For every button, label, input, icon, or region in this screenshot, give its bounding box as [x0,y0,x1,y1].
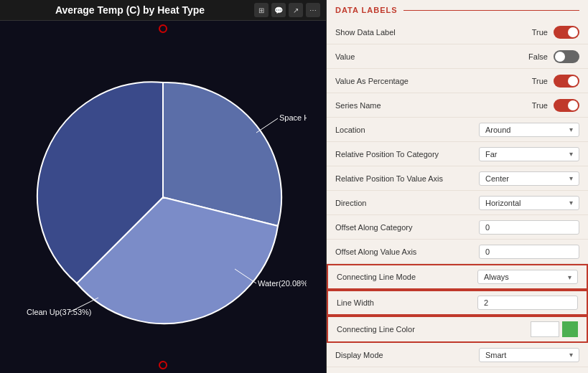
row-display-mode: Display Mode Smart ▾ [327,343,588,367]
text-show-data-label: True [532,28,548,37]
row-offset-category: Offset Along Category [327,215,588,240]
chart-area: Space Heat(42.39%) Water(20.08%) Clean U… [0,21,326,373]
dropdown-connecting-line-mode[interactable]: Always ▾ [477,270,578,284]
value-location: Around ▾ [450,123,579,137]
color-swatch-white[interactable] [531,321,559,337]
toggle-knob-value-as-percentage [568,76,578,86]
value-connecting-line-color [452,321,578,337]
row-connecting-line-mode: Connecting Line Mode Always ▾ [327,264,588,290]
chart-icons: ⊞ 💬 ↗ ⋯ [254,3,320,17]
chart-title: Average Temp (C) by Heat Type [6,4,254,16]
label-value-as-percentage: Value As Percentage [335,77,450,85]
value-display-mode: Smart ▾ [450,348,579,362]
toggle-knob-value [555,52,565,62]
label-series-name: Series Name [335,101,450,110]
input-offset-value-axis[interactable] [479,245,579,259]
dropdown-direction[interactable]: Horizontal ▾ [479,196,579,210]
value-offset-category [450,220,579,235]
value-series-name: True [450,99,579,112]
label-connecting-line-mode: Connecting Line Mode [337,273,452,281]
dropdown-relative-position-value-val: Center [485,174,509,183]
row-location: Location Around ▾ [327,118,588,142]
svg-line-0 [256,118,278,133]
label-value: Value [335,52,450,61]
text-value: False [528,52,548,61]
section-header-line [403,10,579,11]
row-connecting-line-color: Connecting Line Color [327,316,588,343]
value-show-data-label: True [450,26,579,39]
row-relative-position-category: Relative Position To Category Far ▾ [327,142,588,166]
pie-chart-svg: Space Heat(42.39%) Water(20.08%) Clean U… [19,61,307,334]
row-value: Value False [327,44,588,69]
input-offset-category[interactable] [479,220,579,235]
chevron-down-icon-6: ▾ [569,351,573,359]
resize-handle-top[interactable] [159,24,167,33]
input-line-width[interactable] [477,296,578,310]
section-header: DATA LABELS [327,0,588,20]
more-icon[interactable]: ⋯ [306,3,320,17]
label-direction: Direction [335,199,450,207]
svg-text:Clean Up(37.53%): Clean Up(37.53%) [27,308,92,316]
label-relative-position-value: Relative Position To Value Axis [335,174,450,183]
dropdown-display-mode-value: Smart [485,351,506,359]
row-series-name: Series Name True [327,93,588,118]
dropdown-relative-position-value[interactable]: Center ▾ [479,171,579,186]
toggle-knob-show-data-label [568,27,578,37]
toggle-series-name[interactable] [554,99,579,112]
label-connecting-line-color: Connecting Line Color [337,325,452,334]
toggle-value[interactable] [554,50,579,63]
section-header-text: DATA LABELS [335,6,398,14]
dropdown-relative-position-category[interactable]: Far ▾ [479,147,579,161]
label-offset-value-axis: Offset Along Value Axis [335,247,450,256]
resize-handle-bottom[interactable] [159,361,167,369]
value-direction: Horizontal ▾ [450,196,579,210]
value-relative-position-category: Far ▾ [450,147,579,161]
chevron-down-icon-5: ▾ [568,273,571,281]
dropdown-direction-value: Horizontal [485,199,521,207]
chevron-down-icon: ▾ [569,126,573,133]
svg-text:Water(20.08%): Water(20.08%) [258,279,307,288]
toggle-show-data-label[interactable] [554,26,579,39]
comment-icon[interactable]: 💬 [271,3,286,17]
value-relative-position-value: Center ▾ [450,171,579,186]
chart-panel: Average Temp (C) by Heat Type ⊞ 💬 ↗ ⋯ Sp… [0,0,327,373]
grid-icon[interactable]: ⊞ [254,3,269,17]
settings-panel: DATA LABELS Show Data Label True Value F… [327,0,588,373]
value-line-width [452,296,578,310]
text-series-name: True [532,101,548,110]
row-value-as-percentage: Value As Percentage True [327,69,588,93]
dropdown-display-mode[interactable]: Smart ▾ [479,348,579,362]
chevron-down-icon-3: ▾ [569,174,573,182]
row-offset-value-axis: Offset Along Value Axis [327,240,588,264]
text-value-as-percentage: True [532,77,548,85]
color-swatch-area [531,321,578,337]
dropdown-location[interactable]: Around ▾ [479,123,579,137]
chevron-down-icon-2: ▾ [569,150,573,158]
label-relative-position-category: Relative Position To Category [335,150,450,159]
dropdown-location-value: Around [485,126,510,134]
label-show-data-label: Show Data Label [335,28,450,37]
value-value-as-percentage: True [450,75,579,88]
chart-title-bar: Average Temp (C) by Heat Type ⊞ 💬 ↗ ⋯ [0,0,326,21]
chevron-down-icon-4: ▾ [569,199,573,207]
svg-text:Space Heat(42.39%): Space Heat(42.39%) [279,113,307,122]
dropdown-connecting-line-mode-value: Always [484,273,509,281]
row-show-data-label: Show Data Label True [327,20,588,44]
dropdown-relative-position-category-value: Far [485,150,498,159]
row-line-width: Line Width [327,290,588,316]
color-green-button[interactable] [562,321,578,337]
label-offset-category: Offset Along Category [335,223,450,232]
label-location: Location [335,126,450,134]
label-display-mode: Display Mode [335,351,450,359]
row-direction: Direction Horizontal ▾ [327,191,588,215]
value-connecting-line-mode: Always ▾ [452,270,578,284]
value-offset-value-axis [450,245,579,259]
row-relative-position-value: Relative Position To Value Axis Center ▾ [327,166,588,191]
toggle-knob-series-name [568,100,578,110]
value-value: False [450,50,579,63]
label-line-width: Line Width [337,298,452,307]
toggle-value-as-percentage[interactable] [554,75,579,88]
share-icon[interactable]: ↗ [289,3,303,17]
